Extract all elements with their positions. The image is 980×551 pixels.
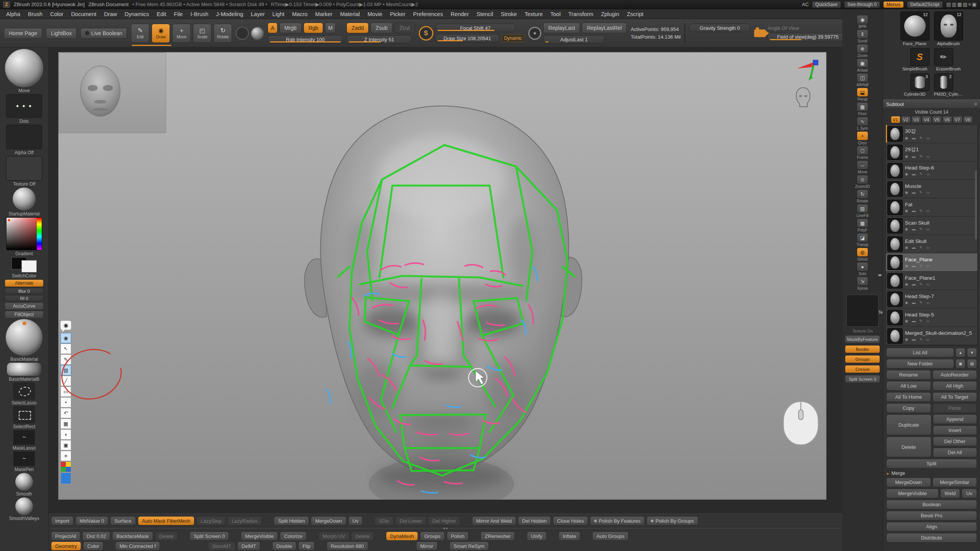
- split-button[interactable]: Split: [886, 459, 977, 468]
- new-folder-button[interactable]: New Folder: [886, 359, 954, 368]
- annotation-tool-icon[interactable]: ◉: [60, 333, 71, 343]
- scale-mode-button[interactable]: ◰Scale: [193, 24, 211, 43]
- interface-layout-icon[interactable]: ▤: [946, 2, 951, 7]
- secondary-color-swatch[interactable]: [21, 260, 37, 272]
- annotation-tool-icon[interactable]: ▭: [60, 386, 71, 397]
- tray-button[interactable]: StoreMT: [208, 541, 235, 551]
- right-shelf-button[interactable]: ⇕Scroll: [854, 29, 871, 43]
- menu-item[interactable]: Draw: [100, 9, 121, 19]
- rgb-button[interactable]: Rgb: [304, 23, 323, 33]
- menu-item[interactable]: Movie: [364, 9, 386, 19]
- eye-icon[interactable]: ◉: [905, 282, 908, 286]
- interface-layout-icon[interactable]: ▣: [972, 2, 977, 7]
- annotation-color-swatch[interactable]: [60, 473, 71, 484]
- subtool-row[interactable]: Merged_Skull-decimation2_5 ◉ ▬ ✎ ▭: [886, 327, 977, 345]
- pen-icon[interactable]: ✎: [920, 245, 923, 249]
- sculptris-pro-toggle[interactable]: S: [419, 26, 433, 41]
- annotation-tool-icon[interactable]: ╱: [60, 376, 71, 386]
- right-shelf-button[interactable]: ∿L.Sym: [854, 117, 871, 130]
- edit-mode-button[interactable]: ✎Edit: [131, 24, 149, 43]
- eye-icon[interactable]: ◉: [905, 154, 908, 158]
- live-boolean-button[interactable]: Live Boolean: [80, 28, 127, 39]
- right-shelf-button[interactable]: ▩PolyF: [854, 218, 871, 232]
- paint-icon[interactable]: ▬: [912, 209, 916, 213]
- interface-layout-icon[interactable]: ▦: [957, 2, 962, 7]
- right-shelf-button[interactable]: ↔Move: [854, 160, 871, 174]
- anchor-button[interactable]: A: [268, 23, 277, 33]
- folder-icon[interactable]: ▭: [926, 154, 930, 158]
- subtool-row[interactable]: Edit Skull ◉ ▬ ✎ ▭: [886, 235, 977, 253]
- interface-layout-icon[interactable]: ▥: [951, 2, 957, 7]
- menu-item[interactable]: Alpha: [2, 9, 24, 19]
- subtool-version-tab[interactable]: V8: [963, 116, 973, 123]
- subtool-row[interactable]: Scan Skull ◉ ▬ ✎ ▭: [886, 217, 977, 235]
- alpha-brush-thumbnail[interactable]: 12: [934, 11, 963, 41]
- eye-icon[interactable]: ◉: [905, 227, 908, 231]
- paint-icon[interactable]: ▬: [912, 337, 916, 341]
- paste-button[interactable]: Paste: [933, 403, 977, 413]
- folder-icon[interactable]: ▭: [926, 172, 930, 176]
- subtool-version-tab[interactable]: V2: [901, 116, 911, 123]
- tray-button[interactable]: Polish By Groups: [647, 516, 698, 525]
- menu-item[interactable]: Render: [447, 9, 473, 19]
- right-shelf-button[interactable]: ◪Transp: [854, 233, 871, 247]
- right-shelf-button[interactable]: ◫AAHalf: [854, 73, 871, 87]
- pen-icon[interactable]: ✎: [920, 227, 923, 231]
- tray-button[interactable]: LazyStep: [196, 516, 225, 525]
- tray-button[interactable]: Morph UV: [318, 531, 350, 541]
- menu-item[interactable]: Marker: [311, 9, 336, 19]
- distribute-button[interactable]: Distribute: [886, 533, 977, 543]
- tray-button[interactable]: Double: [272, 541, 296, 551]
- append-button[interactable]: Append: [933, 414, 977, 424]
- tray-divider[interactable]: ▾ ▾: [51, 527, 840, 530]
- accucurve-button[interactable]: AccuCurve: [5, 302, 44, 310]
- folder-icon[interactable]: ▭: [926, 227, 930, 231]
- subtool-header[interactable]: Subtool ≡: [883, 99, 980, 109]
- right-shelf-button[interactable]: ▦Floor: [854, 102, 871, 116]
- all-to-target-button[interactable]: All To Target: [933, 392, 977, 402]
- tray-button[interactable]: Split Hidden: [274, 516, 309, 525]
- eye-icon[interactable]: ◉: [905, 264, 908, 268]
- subtool-row[interactable]: 29강1 ◉ ▬ ✎ ▭: [886, 143, 977, 161]
- folder-icon[interactable]: ▭: [926, 190, 930, 194]
- menu-item[interactable]: Picker: [386, 9, 409, 19]
- paint-icon[interactable]: ▬: [912, 172, 916, 176]
- pen-icon[interactable]: ✎: [920, 154, 923, 158]
- tray-button[interactable]: Auto Mask FiberMesh: [138, 516, 194, 525]
- subtool-version-tab[interactable]: V4: [922, 116, 931, 123]
- lightbox-button[interactable]: LightBox: [46, 28, 77, 39]
- eraser-brush-thumbnail[interactable]: ✎: [934, 48, 953, 66]
- tray-button[interactable]: MidValue 0: [75, 516, 108, 525]
- eye-icon[interactable]: ◉: [905, 136, 908, 140]
- simple-brush-thumbnail[interactable]: S: [910, 48, 929, 66]
- paint-icon[interactable]: ▬: [912, 136, 916, 140]
- tray-button[interactable]: Color: [83, 541, 103, 551]
- right-shelf-button[interactable]: ◉BPR: [854, 15, 871, 29]
- dynamic-mode-toggle[interactable]: Dynamic: [501, 34, 525, 42]
- right-shelf-button[interactable]: ⇲Xpose: [854, 277, 871, 290]
- menu-item[interactable]: Zplugin: [597, 9, 623, 19]
- menu-item[interactable]: Light: [269, 9, 288, 19]
- stroke-type-thumbnail[interactable]: • • •: [6, 94, 42, 118]
- right-shelf-button[interactable]: ⬓Persp: [854, 88, 871, 101]
- subtool-scrollbar[interactable]: [975, 171, 977, 240]
- merge-similar-button[interactable]: MergeSimilar: [933, 478, 977, 487]
- tray-button[interactable]: Delete: [155, 531, 178, 541]
- subtool-row[interactable]: 30강 ◉ ▬ ✎ ▭: [886, 125, 977, 143]
- m-button[interactable]: M: [325, 23, 336, 33]
- tray-button[interactable]: BackfaceMask: [112, 531, 153, 541]
- rotate-mode-button[interactable]: ↻Rotate: [214, 24, 232, 43]
- tray-toggle-arrows[interactable]: ◂▸: [878, 272, 882, 277]
- subtool-row[interactable]: Fat ◉ ▬ ✎ ▭: [886, 198, 977, 217]
- eye-icon[interactable]: ◉: [905, 245, 908, 249]
- menus-button[interactable]: Menus: [883, 1, 904, 8]
- tray-button[interactable]: Close Holes: [553, 516, 588, 525]
- draw-mode-button[interactable]: ◉Draw: [152, 24, 170, 43]
- move-up-button[interactable]: ▲: [956, 348, 965, 357]
- folder-icon[interactable]: ▭: [926, 136, 930, 140]
- pen-icon[interactable]: ✎: [920, 264, 923, 268]
- menu-item[interactable]: Stroke: [497, 9, 521, 19]
- gravity-strength-slider[interactable]: Gravity Strength 0: [689, 24, 750, 32]
- interface-layout-icon[interactable]: ≡: [968, 2, 972, 7]
- annotation-tool-icon[interactable]: ✎: [60, 354, 71, 365]
